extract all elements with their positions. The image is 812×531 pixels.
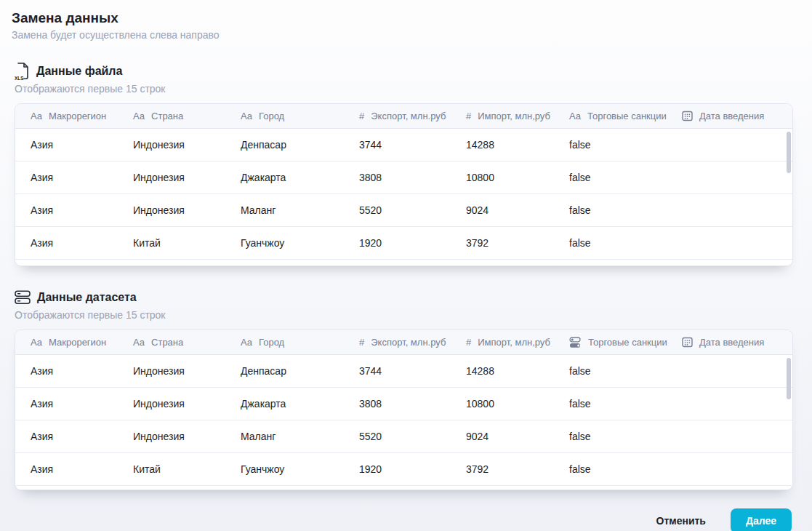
table-cell: 9024 (466, 431, 569, 442)
table-cell: Гуанчжоу (241, 463, 359, 475)
wizard-footer: Отменить Далее (656, 508, 792, 531)
text-type-icon: Аа (241, 111, 252, 121)
file-table-header-row: Аа Макрорегион Аа Страна Аа Город # Эксп… (15, 104, 792, 129)
table-cell: Гуанчжоу (241, 237, 359, 249)
table-cell: 3808 (359, 172, 466, 183)
column-header-sanctions: Аа Торговые санкции (569, 111, 682, 121)
table-cell: Маланг (241, 431, 359, 442)
column-header-label: Торговые санкции (588, 337, 667, 348)
vertical-scrollbar-thumb[interactable] (787, 358, 791, 399)
table-cell: false (569, 365, 682, 377)
table-cell: Азия (31, 398, 133, 410)
vertical-scrollbar-thumb[interactable] (787, 132, 791, 173)
column-header-date: Дата введения (682, 337, 792, 348)
table-cell: 5520 (359, 431, 466, 442)
file-data-table: Аа Макрорегион Аа Страна Аа Город # Эксп… (15, 103, 793, 266)
xls-file-icon: XLS (15, 62, 30, 81)
table-cell: Индонезия (133, 365, 241, 377)
table-cell: 1920 (359, 463, 466, 475)
column-header-label: Экспорт, млн.руб (371, 111, 446, 121)
table-cell: false (569, 463, 682, 475)
table-cell: Азия (31, 237, 133, 249)
table-cell: Индонезия (133, 139, 241, 151)
column-header-import: # Импорт, млн,руб (466, 337, 569, 348)
column-header-export: # Экспорт, млн.руб (359, 337, 466, 348)
column-header-city: Аа Город (241, 111, 359, 121)
calendar-icon (682, 337, 693, 348)
column-header-label: Страна (151, 111, 183, 121)
table-cell: 3744 (359, 139, 466, 151)
table-cell: Джакарта (241, 398, 359, 410)
column-header-label: Город (259, 337, 284, 348)
cancel-button[interactable]: Отменить (656, 509, 706, 531)
number-type-icon: # (359, 337, 364, 348)
table-cell: 14288 (466, 139, 569, 151)
page-subtitle: Замена будет осуществлена слева направо (12, 28, 800, 41)
file-data-section-title: Данные файла (36, 65, 122, 78)
table-row-partial (15, 260, 792, 266)
table-cell: 3744 (359, 365, 466, 377)
table-cell: 9024 (466, 204, 569, 216)
dataset-data-section: Данные датасета Отображаются первые 15 с… (15, 288, 797, 321)
table-cell: 5520 (359, 204, 466, 216)
column-header-date: Дата введения (682, 111, 792, 121)
column-header-export: # Экспорт, млн.руб (359, 111, 466, 121)
table-row: АзияИндонезияДенпасар374414288false (15, 129, 792, 161)
table-cell: 3792 (466, 237, 569, 249)
column-header-sanctions: Торговые санкции (569, 337, 682, 348)
table-cell: 3792 (466, 463, 569, 475)
column-header-label: Импорт, млн,руб (478, 337, 550, 348)
column-header-label: Дата введения (699, 111, 764, 121)
column-header-label: Дата введения (699, 337, 764, 348)
table-cell: Азия (31, 139, 133, 151)
table-cell: false (569, 237, 682, 249)
file-data-section: XLS Данные файла Отображаются первые 15 … (15, 62, 797, 95)
table-cell: 10800 (466, 172, 569, 183)
table-cell: 1920 (359, 237, 466, 249)
table-cell: Азия (31, 431, 133, 442)
column-header-label: Страна (151, 337, 183, 348)
table-cell: Денпасар (241, 365, 359, 377)
table-cell: Маланг (241, 204, 359, 216)
table-cell: 14288 (466, 365, 569, 377)
table-row: АзияКитайГуанчжоу19203792false (15, 227, 792, 260)
text-type-icon: Аа (31, 111, 42, 121)
table-cell: Денпасар (241, 139, 359, 151)
dataset-data-table: Аа Макрорегион Аа Страна Аа Город # Эксп… (15, 330, 793, 490)
table-cell: Индонезия (133, 172, 241, 183)
column-header-country: Аа Страна (133, 111, 241, 121)
column-header-label: Макрорегион (49, 337, 106, 348)
next-button[interactable]: Далее (731, 508, 792, 531)
column-header-label: Торговые санкции (587, 111, 667, 121)
table-cell: Азия (31, 172, 133, 183)
table-cell: Азия (31, 365, 133, 377)
text-type-icon: Аа (569, 111, 581, 121)
text-type-icon: Аа (31, 337, 42, 348)
table-cell: 3808 (359, 398, 466, 410)
column-header-label: Экспорт, млн.руб (371, 337, 446, 348)
table-cell: false (569, 204, 682, 216)
table-cell: false (569, 431, 682, 442)
table-cell: 10800 (466, 398, 569, 410)
table-row: АзияКитайГуанчжоу19203792false (15, 453, 792, 486)
dataset-icon (15, 290, 31, 305)
column-header-macroregion: Аа Макрорегион (31, 111, 133, 121)
table-cell: Индонезия (133, 431, 241, 442)
dataset-data-section-title: Данные датасета (37, 291, 137, 304)
svg-text:XLS: XLS (15, 76, 24, 81)
page-header: Замена данных Замена будет осуществлена … (0, 0, 812, 41)
dataset-data-section-subtitle: Отображаются первые 15 строк (15, 309, 797, 321)
column-header-label: Импорт, млн,руб (478, 111, 550, 121)
column-header-label: Город (259, 111, 284, 121)
table-row: АзияИндонезияДенпасар374414288false (15, 355, 792, 388)
calendar-icon (682, 111, 693, 121)
table-row: АзияИндонезияМаланг55209024false (15, 194, 792, 227)
column-header-import: # Импорт, млн,руб (466, 111, 569, 121)
dataset-table-header-row: Аа Макрорегион Аа Страна Аа Город # Эксп… (15, 330, 792, 355)
column-header-label: Макрорегион (49, 111, 106, 121)
number-type-icon: # (466, 337, 471, 348)
table-cell: Азия (31, 463, 133, 475)
text-type-icon: Аа (133, 111, 145, 121)
text-type-icon: Аа (241, 337, 252, 348)
table-cell: Джакарта (241, 172, 359, 183)
